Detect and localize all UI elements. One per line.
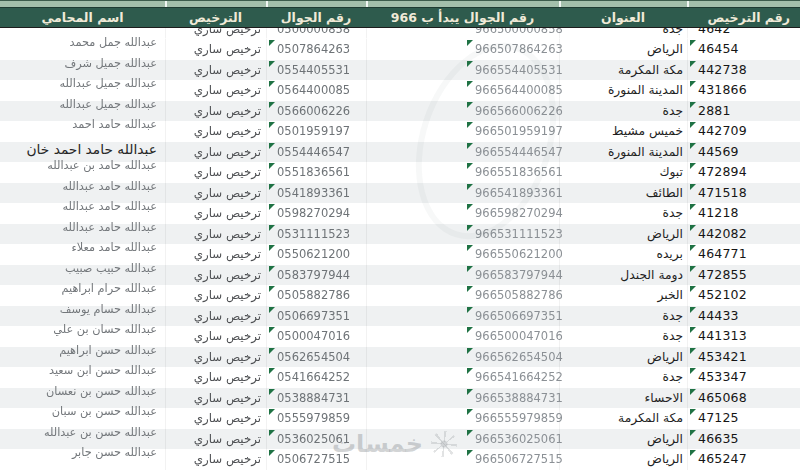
cell-mobile[interactable]: 0538884731 [266,388,366,409]
cell-mobile-966[interactable]: 966541893361 [366,183,559,204]
cell-license-number[interactable]: 442082 [687,224,800,245]
cell-license-number[interactable]: 46635 [687,429,800,450]
cell-license-status[interactable]: ترخيص ساري [165,28,266,39]
cell-license-status[interactable]: ترخيص ساري [165,162,266,183]
cell-mobile-966[interactable]: 966506727515 [366,449,559,470]
cell-city[interactable]: جدة [559,306,687,327]
cell-mobile-966[interactable]: 966551836561 [366,162,559,183]
cell-license-status[interactable]: ترخيص ساري [165,408,266,429]
cell-city[interactable]: الرياض [559,347,687,368]
cell-license-number[interactable]: 44433 [687,306,800,327]
cell-license-number[interactable]: 442738 [687,60,800,81]
cell-license-status[interactable]: ترخيص ساري [165,429,266,450]
cell-license-number[interactable]: 453421 [687,347,800,368]
cell-license-number[interactable]: 41218 [687,203,800,224]
cell-lawyer-name[interactable]: عبدالله حسن جابر [0,449,165,470]
cell-city[interactable]: الرياض [559,429,687,450]
cell-license-number[interactable]: 471518 [687,183,800,204]
cell-city[interactable]: جدة [559,367,687,388]
cell-mobile-966[interactable]: 966538884731 [366,388,559,409]
cell-mobile[interactable]: 0541893361 [266,183,366,204]
cell-city[interactable]: مكة المكرمة [559,60,687,81]
cell-mobile[interactable]: 0506727515 [266,449,366,470]
cell-mobile-966[interactable]: 966598270294 [366,203,559,224]
cell-license-status[interactable]: ترخيص ساري [165,101,266,122]
cell-license-status[interactable]: ترخيص ساري [165,326,266,347]
cell-license-status[interactable]: ترخيص ساري [165,285,266,306]
cell-license-number[interactable]: 465068 [687,388,800,409]
cell-license-status[interactable]: ترخيص ساري [165,39,266,60]
cell-mobile[interactable]: 0554446547 [266,142,366,163]
cell-license-number[interactable]: 465247 [687,449,800,470]
cell-license-number[interactable]: 452102 [687,285,800,306]
cell-mobile-966[interactable]: 966550621200 [366,244,559,265]
cell-mobile[interactable]: 0551836561 [266,162,366,183]
cell-license-number[interactable]: 441313 [687,326,800,347]
cell-mobile-966[interactable]: 966501959197 [366,121,559,142]
cell-license-status[interactable]: ترخيص ساري [165,142,266,163]
cell-city[interactable]: مكة المكرمة [559,408,687,429]
cell-mobile[interactable]: 0598270294 [266,203,366,224]
cell-license-status[interactable]: ترخيص ساري [165,60,266,81]
column-header-address[interactable]: العنوان [559,8,687,27]
cell-license-number[interactable]: 453347 [687,367,800,388]
cell-license-status[interactable]: ترخيص ساري [165,388,266,409]
cell-city[interactable]: الرياض [559,39,687,60]
cell-mobile[interactable]: 0501959197 [266,121,366,142]
cell-mobile-966[interactable]: 966505882786 [366,285,559,306]
cell-mobile[interactable]: 0507864263 [266,39,366,60]
cell-mobile[interactable]: 0554405531 [266,60,366,81]
cell-license-status[interactable]: ترخيص ساري [165,183,266,204]
cell-license-number[interactable]: 431866 [687,80,800,101]
cell-city[interactable]: جدة [559,28,687,39]
cell-mobile-966[interactable]: 966531111523 [366,224,559,245]
cell-mobile[interactable]: 0583797944 [266,265,366,286]
column-header-lawyer-name[interactable]: اسم المحامي [0,8,165,27]
cell-mobile[interactable]: 0555979859 [266,408,366,429]
cell-city[interactable]: الاحساء [559,388,687,409]
cell-city[interactable]: الرياض [559,449,687,470]
cell-license-status[interactable]: ترخيص ساري [165,449,266,470]
cell-mobile[interactable]: 0536025061 [266,429,366,450]
cell-license-status[interactable]: ترخيص ساري [165,265,266,286]
cell-city[interactable]: الطائف [559,183,687,204]
cell-license-number[interactable]: 2881 [687,101,800,122]
cell-license-number[interactable]: 47125 [687,408,800,429]
cell-mobile-966[interactable]: 966500000858 [366,28,559,39]
cell-mobile[interactable]: 0505882786 [266,285,366,306]
cell-city[interactable]: بريده [559,244,687,265]
cell-mobile-966[interactable]: 966562654504 [366,347,559,368]
cell-mobile-966[interactable]: 966583797944 [366,265,559,286]
cell-license-number[interactable]: 472855 [687,265,800,286]
column-header-license-status[interactable]: الترخيص [165,8,266,27]
cell-mobile-966[interactable]: 966541664252 [366,367,559,388]
cell-license-status[interactable]: ترخيص ساري [165,121,266,142]
cell-city[interactable]: جدة [559,326,687,347]
cell-mobile-966[interactable]: 966500047016 [366,326,559,347]
cell-mobile[interactable]: 0500047016 [266,326,366,347]
cell-mobile-966[interactable]: 966564400085 [366,80,559,101]
cell-mobile-966[interactable]: 966506697351 [366,306,559,327]
cell-mobile[interactable]: 0541664252 [266,367,366,388]
cell-mobile[interactable]: 0500000858 [266,28,366,39]
cell-city[interactable]: جدة [559,101,687,122]
cell-license-number[interactable]: 464771 [687,244,800,265]
cell-city[interactable]: دومة الجندل [559,265,687,286]
cell-city[interactable]: تبوك [559,162,687,183]
cell-city[interactable]: خميس مشيط [559,121,687,142]
cell-license-status[interactable]: ترخيص ساري [165,306,266,327]
cell-mobile[interactable]: 0562654504 [266,347,366,368]
cell-license-status[interactable]: ترخيص ساري [165,244,266,265]
cell-license-status[interactable]: ترخيص ساري [165,224,266,245]
cell-license-number[interactable]: 44569 [687,142,800,163]
cell-city[interactable]: الرياض [559,224,687,245]
column-header-mobile[interactable]: رقم الجوال [266,8,366,27]
column-header-mobile-966[interactable]: رقم الجوال يبدأ ب 966 [366,8,559,27]
cell-city[interactable]: المدينة المنورة [559,80,687,101]
cell-mobile-966[interactable]: 966566006226 [366,101,559,122]
cell-mobile[interactable]: 0564400085 [266,80,366,101]
cell-mobile[interactable]: 0550621200 [266,244,366,265]
cell-license-status[interactable]: ترخيص ساري [165,347,266,368]
cell-mobile[interactable]: 0531111523 [266,224,366,245]
cell-license-number[interactable]: 4642 [687,28,800,39]
